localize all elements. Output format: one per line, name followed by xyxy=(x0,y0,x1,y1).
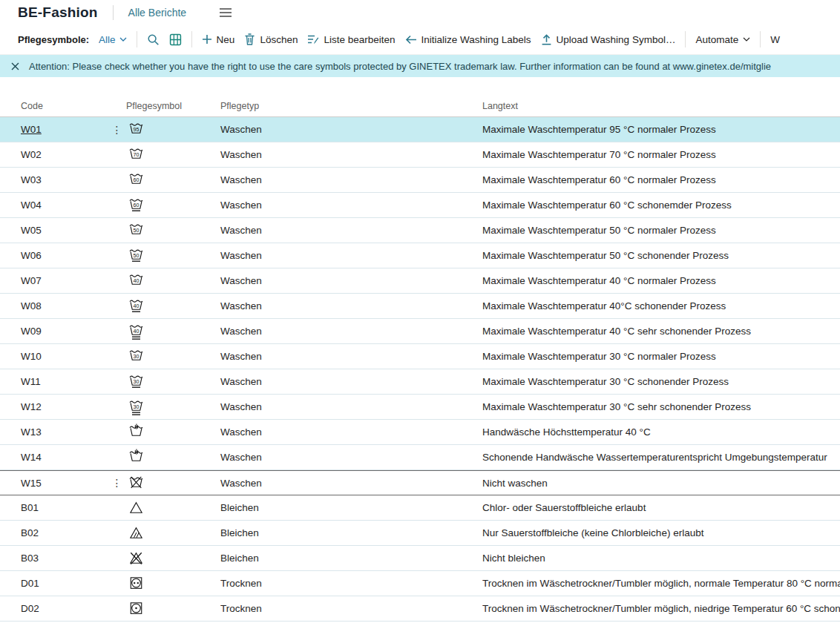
row-code[interactable]: W09 xyxy=(21,326,108,337)
svg-text:40: 40 xyxy=(133,303,139,309)
table-row[interactable]: B03BleichenNicht bleichen xyxy=(0,546,840,571)
automate-label: Automate xyxy=(695,34,738,45)
row-code[interactable]: W10 xyxy=(21,351,108,362)
chevron-down-icon xyxy=(743,37,750,42)
svg-text:95: 95 xyxy=(133,126,139,133)
row-code[interactable]: W06 xyxy=(21,250,108,261)
row-menu-icon[interactable]: ⋮ xyxy=(108,477,126,489)
row-pflegetyp: Waschen xyxy=(220,174,482,185)
upload-washing-symbol-button[interactable]: Upload Washing Symbol… xyxy=(541,34,676,45)
row-code[interactable]: B03 xyxy=(21,553,108,564)
care-symbol-icon: 50 xyxy=(126,247,220,264)
svg-text:50: 50 xyxy=(133,227,139,234)
row-code[interactable]: W02 xyxy=(21,149,108,160)
row-langtext: Maximale Waschtemperatur 60 °C schonemde… xyxy=(482,200,840,211)
row-code[interactable]: W04 xyxy=(21,200,108,211)
care-symbol-icon xyxy=(126,600,220,617)
delete-button[interactable]: Löschen xyxy=(244,33,298,45)
table-row[interactable]: W09 40 WaschenMaximale Waschtemperatur 4… xyxy=(0,319,840,344)
row-pflegetyp: Trocknen xyxy=(220,603,482,614)
svg-text:40: 40 xyxy=(133,328,139,334)
row-code[interactable]: W08 xyxy=(21,300,108,312)
column-header-langtext[interactable]: Langtext xyxy=(482,101,840,111)
divider xyxy=(191,31,192,47)
row-code[interactable]: B01 xyxy=(21,502,108,513)
edit-list-icon xyxy=(307,34,319,45)
table-row[interactable]: W08 40 WaschenMaximale Waschtemperatur 4… xyxy=(0,294,840,319)
close-icon[interactable] xyxy=(11,62,19,70)
analyze-icon[interactable] xyxy=(169,33,182,46)
row-code[interactable]: W15 xyxy=(21,478,108,489)
table-row[interactable]: W05 50 WaschenMaximale Waschtemperatur 5… xyxy=(0,218,840,243)
table-row[interactable]: W10 30 WaschenMaximale Waschtemperatur 3… xyxy=(0,344,840,369)
row-menu-icon[interactable]: ⋮ xyxy=(108,124,126,136)
row-langtext: Nicht bleichen xyxy=(482,553,840,564)
table-row[interactable]: D02TrocknenTrocknen im Wäschetrockner/Tu… xyxy=(0,596,840,622)
row-langtext: Maximale Waschtemperatur 40°C schonender… xyxy=(482,300,840,312)
row-pflegetyp: Trocknen xyxy=(220,578,482,589)
row-code[interactable]: D02 xyxy=(21,603,108,614)
row-code[interactable]: W05 xyxy=(21,225,108,236)
initialize-washing-labels-button[interactable]: Initialize Washing Labels xyxy=(405,34,531,45)
row-code[interactable]: W11 xyxy=(21,376,108,387)
notification-bar: Attention: Please check whether you have… xyxy=(0,55,840,77)
row-langtext: Nur Sauerstoffbleiche (keine Chlorbleich… xyxy=(482,527,840,538)
row-langtext: Maximale Waschtemperatur 50 °C schonende… xyxy=(482,250,840,261)
care-symbol-icon: 40 xyxy=(126,323,220,340)
row-langtext: Maximale Waschtemperatur 50 °C normaler … xyxy=(482,225,840,236)
row-code[interactable]: W14 xyxy=(21,452,108,463)
table-row[interactable]: W03 60 WaschenMaximale Waschtemperatur 6… xyxy=(0,168,840,193)
filter-dropdown[interactable]: Alle xyxy=(99,34,127,45)
row-code[interactable]: W01 xyxy=(21,124,108,135)
row-code[interactable]: D01 xyxy=(21,578,108,589)
row-code[interactable]: W13 xyxy=(21,426,108,438)
row-langtext: Nicht waschen xyxy=(482,478,840,489)
table-row[interactable]: B01BleichenChlor- oder Sauerstoffbleiche… xyxy=(0,495,840,521)
row-pflegetyp: Waschen xyxy=(220,149,482,160)
care-symbol-icon: 60 xyxy=(126,197,220,214)
row-code[interactable]: W12 xyxy=(21,401,108,412)
table-row[interactable]: W04 60 WaschenMaximale Waschtemperatur 6… xyxy=(0,193,840,218)
arrow-left-icon xyxy=(405,35,417,44)
row-langtext: Maximale Waschtemperatur 70 °C normaler … xyxy=(482,149,840,160)
row-pflegetyp: Waschen xyxy=(220,124,482,135)
toolbar-overflow-label[interactable]: W xyxy=(770,34,780,45)
table-row[interactable]: B02BleichenNur Sauerstoffbleiche (keine … xyxy=(0,521,840,546)
row-pflegetyp: Bleichen xyxy=(220,527,482,538)
edit-list-button[interactable]: Liste bearbeiten xyxy=(307,34,395,45)
row-pflegetyp: Waschen xyxy=(220,200,482,211)
row-langtext: Maximale Waschtemperatur 30 °C normaler … xyxy=(482,351,840,362)
new-button[interactable]: Neu xyxy=(202,34,235,45)
row-pflegetyp: Waschen xyxy=(220,426,482,438)
table-row[interactable]: W14 WaschenSchonende Handwäsche Wasserte… xyxy=(0,445,840,470)
nav-link-alle-berichte[interactable]: Alle Berichte xyxy=(128,7,187,19)
row-code[interactable]: B02 xyxy=(21,527,108,538)
automate-dropdown[interactable]: Automate xyxy=(695,34,750,45)
row-code[interactable]: W07 xyxy=(21,275,108,286)
table-row[interactable]: D01TrocknenTrocknen im Wäschetrockner/Tu… xyxy=(0,571,840,596)
column-header-code[interactable]: Code xyxy=(21,101,108,111)
action-label: Initialize Washing Labels xyxy=(421,34,531,45)
table-row[interactable]: W07 40 WaschenMaximale Waschtemperatur 4… xyxy=(0,268,840,294)
table-row[interactable]: W15⋮ WaschenNicht waschen xyxy=(0,470,840,495)
table-row[interactable]: W01⋮ 95 WaschenMaximale Waschtemperatur … xyxy=(0,117,840,142)
row-pflegetyp: Waschen xyxy=(220,376,482,387)
row-code[interactable]: W03 xyxy=(21,174,108,185)
row-pflegetyp: Waschen xyxy=(220,225,482,236)
row-pflegetyp: Waschen xyxy=(220,478,482,489)
column-header-pflegetyp[interactable]: Pflegetyp xyxy=(220,101,482,111)
divider xyxy=(760,31,761,47)
care-symbol-icon: 70 xyxy=(126,146,220,163)
care-symbol-icon: 50 xyxy=(126,222,220,239)
table-row[interactable]: W02 70 WaschenMaximale Waschtemperatur 7… xyxy=(0,142,840,168)
table-row[interactable]: W13 WaschenHandwäsche Höchsttemperatur 4… xyxy=(0,420,840,445)
table-row[interactable]: W11 30 WaschenMaximale Waschtemperatur 3… xyxy=(0,369,840,395)
svg-text:30: 30 xyxy=(133,378,139,385)
menu-icon[interactable] xyxy=(219,7,232,18)
table-row[interactable]: W12 30 WaschenMaximale Waschtemperatur 3… xyxy=(0,395,840,420)
column-header-pflegesymbol[interactable]: Pflegesymbol xyxy=(126,101,220,111)
care-symbol-icon xyxy=(126,575,220,592)
table-row[interactable]: W06 50 WaschenMaximale Waschtemperatur 5… xyxy=(0,243,840,268)
search-icon[interactable] xyxy=(147,33,160,46)
divider xyxy=(685,31,686,47)
